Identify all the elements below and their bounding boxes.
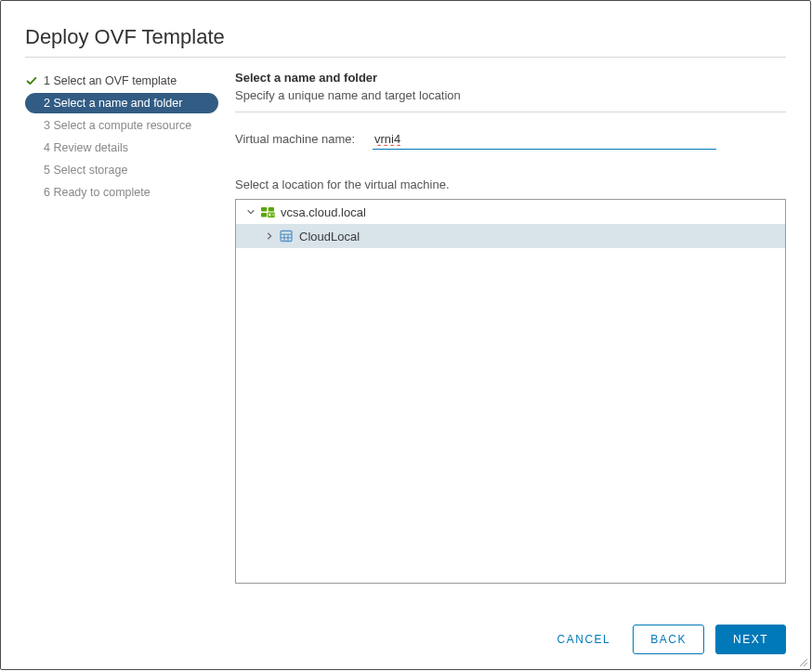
- svg-rect-5: [281, 231, 292, 242]
- vm-name-input[interactable]: [373, 129, 716, 150]
- step-review-details[interactable]: 4 Review details: [25, 138, 218, 158]
- tree-node-datacenter[interactable]: CloudLocal: [236, 224, 785, 248]
- cancel-button[interactable]: CANCEL: [546, 625, 622, 653]
- svg-rect-0: [261, 207, 267, 211]
- divider: [235, 112, 786, 112]
- step-select-compute[interactable]: 3 Select a compute resource: [25, 115, 218, 136]
- location-label: Select a location for the virtual machin…: [235, 178, 786, 191]
- step-label: 5 Select storage: [44, 164, 127, 177]
- tree-node-label: vcsa.cloud.local: [281, 205, 366, 219]
- step-label: 4 Review details: [44, 141, 128, 154]
- next-button[interactable]: NEXT: [715, 625, 786, 654]
- step-label: 2 Select a name and folder: [44, 97, 182, 110]
- vm-name-row: Virtual machine name:: [235, 129, 786, 150]
- tree-node-vcenter[interactable]: vcsa.cloud.local: [236, 200, 785, 224]
- step-select-name-folder[interactable]: 2 Select a name and folder: [25, 93, 218, 113]
- vcenter-icon: [260, 204, 275, 219]
- location-tree[interactable]: vcsa.cloud.local: [235, 199, 786, 584]
- vm-name-label: Virtual machine name:: [235, 132, 373, 150]
- wizard-steps: 1 Select an OVF template 2 Select a name…: [25, 71, 218, 613]
- chevron-right-icon[interactable]: [264, 230, 275, 242]
- back-button[interactable]: BACK: [633, 625, 704, 654]
- step-ready-complete[interactable]: 6 Ready to complete: [25, 182, 218, 203]
- datacenter-icon: [279, 229, 294, 243]
- tree-node-label: CloudLocal: [299, 230, 360, 243]
- step-label: 6 Ready to complete: [44, 186, 151, 199]
- wizard-footer: CANCEL BACK NEXT: [25, 613, 786, 654]
- step-label: 1 Select an OVF template: [44, 74, 177, 87]
- svg-rect-1: [268, 207, 274, 211]
- svg-line-10: [800, 659, 807, 666]
- step-select-ovf[interactable]: 1 Select an OVF template: [25, 71, 218, 91]
- chevron-down-icon[interactable]: [245, 206, 256, 217]
- wizard-main: Select a name and folder Specify a uniqu…: [218, 71, 786, 613]
- svg-rect-2: [261, 213, 267, 217]
- check-icon: [25, 74, 38, 87]
- section-subtitle: Specify a unique name and target locatio…: [235, 88, 786, 102]
- section-title: Select a name and folder: [235, 71, 786, 85]
- svg-line-11: [804, 663, 807, 666]
- step-select-storage[interactable]: 5 Select storage: [25, 160, 218, 180]
- step-label: 3 Select a compute resource: [44, 119, 191, 132]
- deploy-ovf-dialog: Deploy OVF Template 1 Select an OVF temp…: [0, 0, 811, 670]
- dialog-title: Deploy OVF Template: [25, 25, 786, 58]
- resize-grip-icon[interactable]: [797, 656, 808, 667]
